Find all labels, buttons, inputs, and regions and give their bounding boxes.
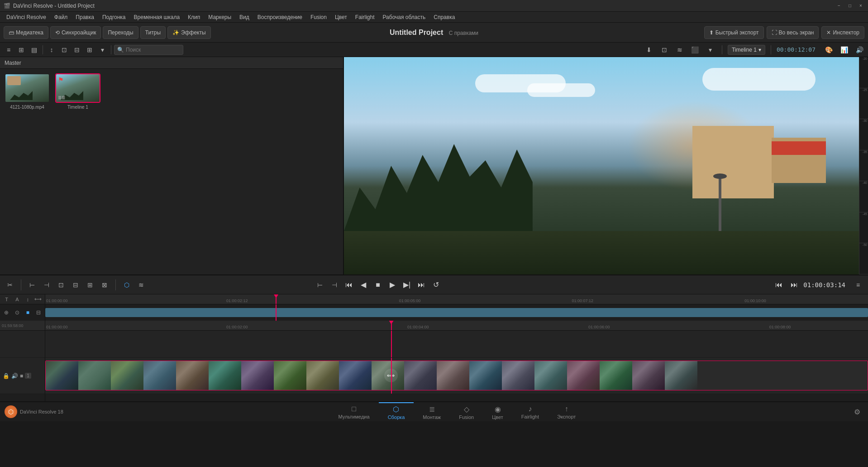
trim-5-button[interactable]: ⊞ <box>84 279 96 291</box>
video-clip-strip[interactable]: ⟺ <box>45 361 868 390</box>
transitions-button[interactable]: Переходы <box>103 26 138 39</box>
media-library-button[interactable]: 🗃 Медиатека <box>4 26 48 39</box>
trim-6-button[interactable]: ⊠ <box>98 279 111 291</box>
separator-3 <box>722 45 722 54</box>
menu-trim[interactable]: Подгонка <box>99 13 129 21</box>
search-input[interactable] <box>126 47 180 53</box>
media-item-timeline[interactable]: ⚑ ≣≣ Timeline 1 <box>55 73 100 110</box>
flag-button[interactable]: ■ <box>24 308 33 318</box>
tab-color-icon: ◉ <box>495 405 501 414</box>
quick-export-button[interactable]: ⬆ Быстрый экспорт <box>704 26 764 39</box>
view-mode-button[interactable]: ≡ <box>3 44 14 56</box>
filter-button[interactable]: ⊡ <box>58 44 70 56</box>
trim-1-button[interactable]: ⊢ <box>26 279 38 291</box>
timeline-name-button[interactable]: Timeline 1 ▾ <box>728 45 765 55</box>
next-frame-button[interactable]: ▶| <box>401 279 413 291</box>
menu-davinci[interactable]: DaVinci Resolve <box>3 13 50 21</box>
tab-media[interactable]: □ Мультимедиа <box>329 402 378 421</box>
clip-view-button[interactable]: ⊟ <box>71 44 83 56</box>
sync-bin-button[interactable]: ⟲ Синхроайщик <box>50 26 101 39</box>
menu-help[interactable]: Справка <box>430 13 458 21</box>
list-view-button[interactable]: ⊞ <box>15 44 27 56</box>
minimize-button[interactable]: − <box>835 2 843 10</box>
tab-cut[interactable]: ⬡ Сборка <box>379 402 414 422</box>
settings-button[interactable]: ⚙ <box>851 405 863 418</box>
color-scheme-button[interactable]: 🎨 <box>823 44 835 56</box>
tab-fusion-icon: ◇ <box>464 405 469 414</box>
play-button[interactable]: ▶ <box>386 279 399 291</box>
blade-tool-button[interactable]: ✂ <box>4 279 16 291</box>
menu-view[interactable]: Вид <box>236 13 253 21</box>
zoom-out-button[interactable]: A <box>12 294 22 304</box>
trim-2-button[interactable]: ⊣ <box>40 279 53 291</box>
sort-down-button[interactable]: ⬇ <box>643 44 655 56</box>
jump-end-button[interactable]: ⏭ <box>788 279 801 291</box>
zoom-in-button[interactable]: T <box>2 294 11 304</box>
stop-button[interactable]: ■ <box>372 279 384 291</box>
ruler-tick-2: -25 <box>859 88 868 120</box>
audio-view-button[interactable]: ⊞ <box>84 44 95 56</box>
inspector-button[interactable]: ✕ Инспектор <box>821 26 864 39</box>
cloud-2 <box>527 83 595 97</box>
tab-color[interactable]: ◉ Цвет <box>483 402 512 422</box>
close-button[interactable]: × <box>857 2 864 10</box>
toolbar-left: 🗃 Медиатека ⟲ Синхроайщик Переходы Титры… <box>4 26 211 39</box>
jump-start-button[interactable]: ⏮ <box>773 279 785 291</box>
timeline-item-label: Timeline 1 <box>67 105 88 110</box>
grid-view-button[interactable]: ▤ <box>28 44 40 56</box>
menu-edit[interactable]: Правка <box>72 13 98 21</box>
video-icon: ■ <box>20 373 23 379</box>
menu-playback[interactable]: Воспроизведение <box>254 13 306 21</box>
ripple-button[interactable]: ↕ <box>23 294 33 304</box>
trim-3-button[interactable]: ⊡ <box>55 279 67 291</box>
view-toggle-button[interactable]: ⊡ <box>658 44 670 56</box>
mini-playhead <box>276 304 277 321</box>
trim-4-button[interactable]: ⊟ <box>69 279 82 291</box>
audio-button[interactable]: ⬛ <box>689 44 701 56</box>
menu-markers[interactable]: Маркеры <box>205 13 235 21</box>
audio-meters-button[interactable]: 📊 <box>838 44 850 56</box>
go-to-end-button[interactable]: ⏭ <box>415 279 428 291</box>
mark-out-button[interactable]: ⊣ <box>328 279 341 291</box>
menu-fusion[interactable]: Fusion <box>307 13 330 21</box>
titles-button[interactable]: Титры <box>140 26 166 39</box>
media-item-video[interactable]: 4121-1080p.mp4 <box>5 73 50 110</box>
strip-cell-5 <box>176 361 209 390</box>
prev-frame-button[interactable]: ◀ <box>357 279 370 291</box>
linked-select-button[interactable]: ⬡ <box>120 279 133 291</box>
waveform-button[interactable]: ≋ <box>674 44 686 56</box>
strip-cell-17 <box>567 361 600 390</box>
magnet-button[interactable]: ⊕ <box>2 308 11 318</box>
tl-mark-3: 01:00:06:00 <box>588 325 610 329</box>
link-button[interactable]: ⟷ <box>33 294 43 304</box>
mark-in-button[interactable]: ⊢ <box>314 279 326 291</box>
audio-level-button[interactable]: ⊟ <box>34 308 43 318</box>
menu-timeline[interactable]: Временная шкала <box>130 13 184 21</box>
menu-file[interactable]: Файл <box>51 13 72 21</box>
fullscreen-button[interactable]: ⛶ Во весь экран <box>767 26 819 39</box>
volume-button[interactable]: 🔊 <box>854 44 865 56</box>
sort-button[interactable]: ↕ <box>46 44 57 56</box>
menu-workspace[interactable]: Рабочая область <box>379 13 429 21</box>
expand-button[interactable]: ▾ <box>705 44 716 56</box>
tab-edit-label: Монтаж <box>423 414 441 420</box>
options-menu-button[interactable]: ≡ <box>852 279 864 291</box>
maximize-button[interactable]: □ <box>846 2 854 10</box>
effects-button[interactable]: ✨ Эффекты <box>167 26 211 39</box>
mini-mark-4: 01:00:10:00 <box>744 298 766 303</box>
tab-deliver[interactable]: ↑ Экспорт <box>548 402 585 421</box>
ruler-tick-4: -35 <box>859 150 868 182</box>
more-options-button[interactable]: ▾ <box>96 44 108 56</box>
marker-button[interactable]: ⊙ <box>13 308 22 318</box>
go-to-start-button[interactable]: ⏮ <box>343 279 355 291</box>
menu-color[interactable]: Цвет <box>331 13 351 21</box>
menu-fairlight[interactable]: Fairlight <box>352 13 378 21</box>
tab-fairlight[interactable]: ♪ Fairlight <box>512 402 548 421</box>
loop-button[interactable]: ↺ <box>429 279 442 291</box>
tab-deliver-icon: ↑ <box>565 405 568 413</box>
tab-edit[interactable]: ≣ Монтаж <box>414 402 450 422</box>
tab-fusion[interactable]: ◇ Fusion <box>450 402 483 422</box>
trim-mode-button[interactable]: ≋ <box>135 279 148 291</box>
timeline-ruler: 01:00:00:00 01:00:02:00 01:00:04:00 01:0… <box>45 321 868 331</box>
menu-clip[interactable]: Клип <box>184 13 204 21</box>
